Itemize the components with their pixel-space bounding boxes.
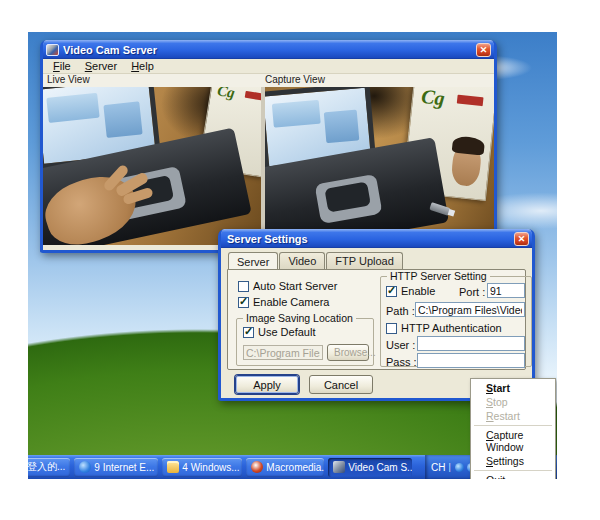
video-cam-server-window: Video Cam Server File Server Help Live V…	[40, 40, 497, 253]
checkbox-icon[interactable]	[386, 323, 397, 334]
book-subtitle-mark	[457, 95, 484, 107]
tab-server[interactable]: Server	[228, 252, 278, 269]
close-icon[interactable]	[476, 43, 491, 57]
video-cam-task-label: Video Cam S...	[348, 462, 412, 473]
menu-item-stop: Stop	[472, 395, 554, 409]
checkbox-checked-icon[interactable]	[243, 327, 254, 338]
cg-book-title: Cg	[216, 87, 236, 102]
taskbar-button-windows-explorer[interactable]: 4 Windows...	[162, 458, 242, 477]
image-saving-group: Image Saving Location Use Default Browse…	[236, 318, 374, 366]
menu-file[interactable]: File	[46, 59, 78, 73]
close-icon[interactable]	[514, 232, 529, 246]
tray-context-menu: Start Stop Restart Capture Window Settin…	[470, 378, 556, 479]
book-subtitle-mark	[245, 91, 261, 101]
menu-item-settings[interactable]: Settings	[472, 454, 554, 468]
image-saving-group-label: Image Saving Location	[243, 312, 356, 324]
checkbox-checked-icon[interactable]	[386, 286, 397, 297]
menu-help[interactable]: Help	[124, 59, 161, 73]
path-input[interactable]	[415, 302, 525, 317]
taskbar-button-internet-explorer[interactable]: 9 Internet E...	[74, 458, 158, 477]
main-window-titlebar[interactable]: Video Cam Server	[43, 40, 494, 59]
video-cam-icon	[333, 461, 345, 473]
capture-view-label: Capture View	[265, 74, 494, 87]
menu-item-start[interactable]: Start	[472, 381, 554, 395]
cancel-button[interactable]: Cancel	[309, 375, 373, 394]
capture-view-video: Cg	[265, 87, 494, 245]
server-tab-panel: Auto Start Server Enable Camera Image Sa…	[227, 269, 526, 370]
checkbox-checked-icon[interactable]	[238, 297, 249, 308]
live-view-video: Cg	[43, 87, 261, 245]
taskbar-button-macromedia[interactable]: Macromedia...	[246, 458, 324, 477]
user-label: User :	[386, 339, 415, 351]
server-settings-dialog: Server Settings Server Video FTP Upload …	[218, 229, 535, 401]
main-window-title: Video Cam Server	[63, 44, 476, 56]
http-auth-label: HTTP Authentication	[401, 322, 502, 334]
cg-book-title: Cg	[420, 87, 446, 110]
pass-label: Pass :	[386, 356, 417, 368]
taskbar-button-partial[interactable]: 登入的...	[28, 458, 70, 477]
http-enable-label: Enable	[401, 285, 435, 297]
explorer-group-label: 4 Windows...	[182, 462, 239, 473]
taskbar-button-video-cam-server[interactable]: Video Cam S...	[328, 458, 412, 477]
macromedia-label: Macromedia...	[266, 462, 324, 473]
use-default-checkbox[interactable]: Use Default	[243, 326, 315, 338]
auto-start-checkbox[interactable]: Auto Start Server	[238, 280, 337, 292]
view-labels: Live View Capture View	[43, 74, 494, 87]
menu-item-restart: Restart	[472, 409, 554, 423]
capture-scene: Cg	[265, 87, 494, 245]
partial-task-label: 登入的...	[28, 460, 65, 474]
main-menubar: File Server Help	[43, 59, 494, 74]
menu-separator	[474, 470, 552, 471]
tab-ftp-upload[interactable]: FTP Upload	[326, 252, 403, 269]
tab-video[interactable]: Video	[279, 252, 325, 269]
browse-button: Browse...	[327, 344, 369, 361]
checkbox-icon[interactable]	[238, 281, 249, 292]
menu-item-quit[interactable]: Quit	[472, 473, 554, 479]
port-input[interactable]	[487, 283, 525, 298]
menu-separator	[474, 425, 552, 426]
app-icon	[46, 44, 59, 56]
apply-button[interactable]: Apply	[235, 375, 299, 394]
live-scene: Cg	[43, 87, 261, 245]
tray-icon-blue-circle[interactable]	[455, 463, 464, 472]
tray-divider: |	[449, 462, 451, 472]
dialog-body: Server Video FTP Upload Auto Start Serve…	[221, 248, 532, 374]
dialog-tabs: Server Video FTP Upload	[228, 252, 526, 269]
folder-icon	[167, 461, 179, 473]
http-group-label: HTTP Server Setting	[387, 270, 490, 282]
port-label: Port :	[459, 286, 485, 298]
enable-camera-label: Enable Camera	[253, 296, 329, 308]
video-row: Cg	[43, 87, 494, 245]
use-default-label: Use Default	[258, 326, 315, 338]
book-cover-face	[450, 144, 482, 187]
enable-camera-checkbox[interactable]: Enable Camera	[238, 296, 329, 308]
laptop-touchpad	[315, 174, 383, 224]
user-input[interactable]	[417, 336, 525, 351]
live-view-label: Live View	[43, 74, 265, 87]
http-server-group: HTTP Server Setting Enable Port : Path :…	[380, 276, 532, 367]
macromedia-icon	[251, 461, 263, 473]
internet-explorer-icon	[79, 461, 91, 473]
desktop: Video Cam Server File Server Help Live V…	[28, 32, 557, 479]
language-indicator[interactable]: CH	[431, 462, 445, 473]
menu-server[interactable]: Server	[78, 59, 124, 73]
http-enable-checkbox[interactable]: Enable	[386, 285, 435, 297]
auto-start-label: Auto Start Server	[253, 280, 337, 292]
menu-item-capture-window[interactable]: Capture Window	[472, 428, 554, 454]
ie-group-label: 9 Internet E...	[94, 462, 154, 473]
pass-input[interactable]	[417, 353, 525, 368]
default-path-input	[243, 345, 323, 360]
http-auth-checkbox[interactable]: HTTP Authentication	[386, 322, 502, 334]
dialog-title: Server Settings	[224, 233, 514, 245]
dialog-titlebar[interactable]: Server Settings	[221, 229, 532, 248]
path-label: Path :	[386, 305, 415, 317]
